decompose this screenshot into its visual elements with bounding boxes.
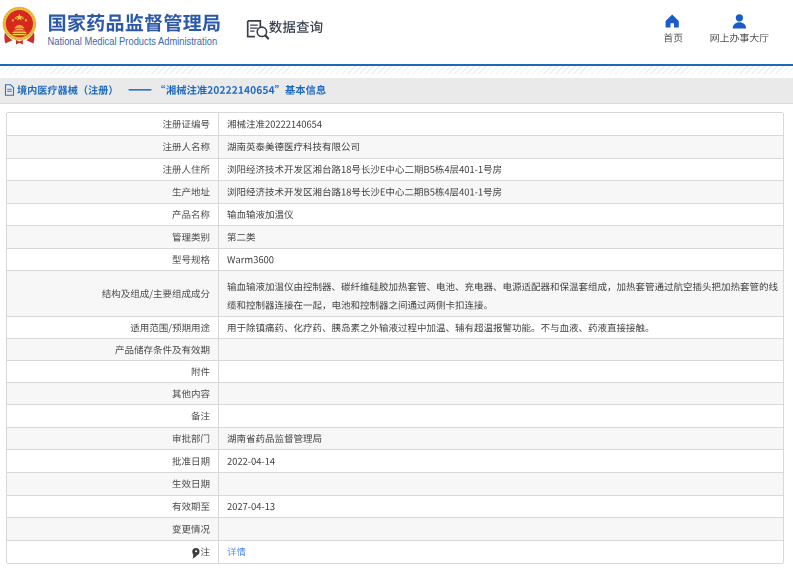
svg-text:National Medical Products Admi: National Medical Products Administration <box>48 36 218 47</box>
